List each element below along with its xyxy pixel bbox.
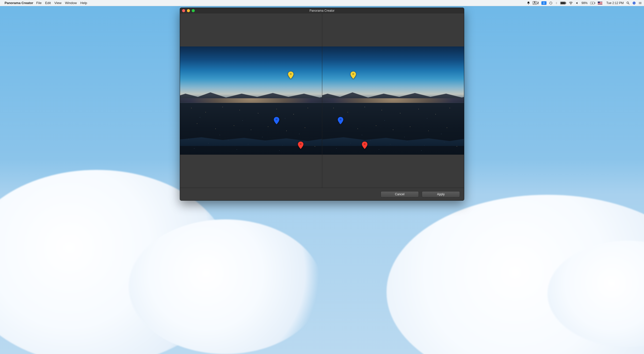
image-compare-area [180, 13, 464, 188]
menu-help[interactable]: Help [80, 1, 87, 5]
time-machine-icon[interactable] [549, 1, 553, 5]
adobe-cc-icon[interactable]: A2 [533, 1, 539, 5]
cancel-button[interactable]: Cancel [381, 191, 419, 197]
window-zoom-button[interactable] [192, 9, 195, 12]
right-image[interactable] [322, 46, 464, 154]
menu-window[interactable]: Window [65, 1, 77, 5]
svg-rect-3 [566, 2, 566, 4]
desktop-background: Panorama Creator File Edit View Window H… [0, 0, 644, 354]
svg-rect-6 [594, 2, 595, 4]
alignment-pin-blue-left[interactable] [274, 117, 279, 124]
svg-rect-27 [640, 4, 641, 4]
apply-button[interactable]: Apply [422, 191, 460, 197]
svg-rect-16 [598, 4, 602, 4]
svg-point-19 [627, 2, 629, 4]
svg-point-33 [364, 143, 365, 145]
input-flag-icon[interactable] [598, 2, 602, 5]
app-window: Panorama Creator [180, 8, 464, 201]
svg-point-26 [639, 4, 639, 4]
svg-point-32 [340, 118, 341, 120]
menu-edit[interactable]: Edit [45, 1, 51, 5]
svg-point-22 [639, 2, 639, 3]
menu-file[interactable]: File [36, 1, 42, 5]
menubar-app-name[interactable]: Panorama Creator [5, 1, 33, 5]
notification-center-icon[interactable] [638, 2, 642, 5]
siri-icon[interactable] [632, 1, 636, 5]
svg-rect-23 [640, 2, 641, 2]
alignment-pin-red-right[interactable] [362, 141, 367, 149]
window-bottom-bar: Cancel Apply [180, 188, 464, 200]
battery-icon[interactable] [560, 2, 566, 5]
svg-point-24 [639, 3, 639, 3]
svg-rect-12 [598, 4, 602, 4]
alignment-pin-yellow-right[interactable] [350, 71, 356, 79]
window-titlebar[interactable]: Panorama Creator [180, 8, 464, 13]
svg-point-31 [352, 73, 354, 75]
svg-rect-18 [598, 2, 600, 3]
notifications-icon[interactable] [527, 1, 530, 5]
svg-rect-17 [598, 4, 602, 4]
spotlight-icon[interactable] [626, 1, 630, 5]
menu-view[interactable]: View [54, 1, 61, 5]
menubar-clock[interactable]: Tue 2:12 PM [606, 1, 624, 5]
alignment-pin-yellow-left[interactable] [288, 71, 294, 79]
svg-rect-15 [598, 3, 602, 3]
snap-tool-icon[interactable] [541, 1, 546, 5]
svg-point-29 [276, 118, 277, 120]
window-close-button[interactable] [182, 9, 185, 12]
svg-rect-2 [561, 2, 565, 4]
left-image[interactable] [180, 46, 322, 154]
charging-icon [590, 2, 595, 5]
svg-rect-25 [640, 3, 641, 3]
window-minimize-button[interactable] [187, 9, 190, 12]
volume-icon[interactable] [575, 2, 579, 5]
alignment-pin-blue-right[interactable] [338, 117, 343, 124]
menubar: Panorama Creator File Edit View Window H… [0, 0, 644, 6]
svg-rect-11 [598, 3, 602, 4]
svg-point-4 [571, 4, 571, 4]
right-image-pane[interactable] [322, 13, 464, 188]
left-image-pane[interactable] [180, 13, 322, 188]
bluetooth-icon[interactable] [555, 1, 558, 5]
wifi-icon[interactable] [569, 2, 573, 5]
window-title: Panorama Creator [180, 9, 464, 12]
battery-percent-label: 98% [582, 1, 588, 5]
window-content: Cancel Apply [180, 13, 464, 200]
svg-line-20 [629, 3, 630, 4]
alignment-pin-red-left[interactable] [298, 141, 303, 149]
svg-point-30 [300, 143, 301, 145]
svg-point-28 [290, 73, 292, 75]
cloud-decor [129, 219, 322, 354]
